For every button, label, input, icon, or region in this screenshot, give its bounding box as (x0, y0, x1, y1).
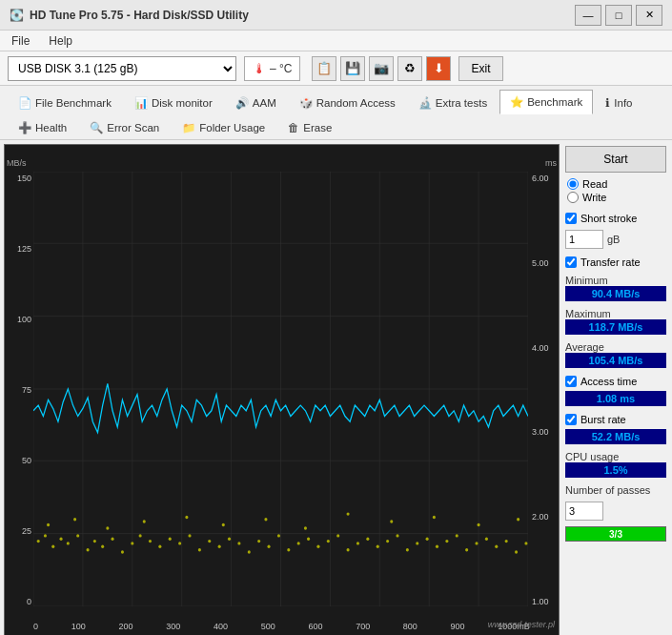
svg-point-67 (505, 540, 508, 543)
help-menu[interactable]: Help (45, 33, 76, 49)
write-radio[interactable] (567, 192, 579, 203)
burst-rate-label: Burst rate (580, 414, 626, 425)
svg-point-35 (188, 534, 191, 537)
svg-point-68 (515, 550, 518, 553)
svg-point-59 (426, 538, 429, 541)
svg-point-49 (327, 540, 330, 543)
tab-extra-tests[interactable]: 🔬 Extra tests (408, 90, 498, 114)
aam-icon: 🔊 (235, 96, 249, 110)
svg-point-69 (524, 542, 527, 544)
svg-point-33 (169, 538, 172, 541)
error-scan-icon: 🔍 (90, 121, 103, 134)
svg-point-42 (257, 540, 260, 543)
svg-point-27 (111, 538, 113, 541)
exit-button[interactable]: Exit (458, 56, 502, 81)
right-panel: Start Read Write Short stroke gB Transfe… (563, 144, 668, 635)
svg-point-55 (386, 540, 389, 543)
menu-bar: File Help (0, 31, 672, 51)
window-icon: 💽 (10, 9, 24, 22)
close-button[interactable]: ✕ (636, 5, 662, 26)
svg-point-78 (347, 512, 350, 515)
transfer-rate-checkbox[interactable] (565, 256, 577, 268)
tab-folder-usage[interactable]: 📁 Folder Usage (172, 114, 275, 139)
folder-usage-icon: 📁 (182, 121, 195, 134)
tab-aam[interactable]: 🔊 AAM (225, 90, 287, 114)
thermometer-icon: 🌡 (253, 61, 266, 76)
y-unit-right: ms (545, 158, 557, 168)
recycle-icon-btn[interactable]: ♻ (397, 56, 422, 81)
svg-point-56 (396, 534, 398, 537)
svg-point-40 (237, 542, 240, 544)
save-icon-btn[interactable]: 💾 (340, 56, 365, 81)
maximum-label: Maximum (565, 308, 666, 319)
passes-row (565, 502, 666, 521)
svg-point-26 (101, 545, 104, 548)
svg-point-51 (347, 548, 350, 551)
svg-point-58 (416, 542, 418, 544)
access-time-checkbox[interactable] (565, 376, 577, 387)
tab-error-scan[interactable]: 🔍 Error Scan (79, 114, 170, 139)
svg-point-54 (377, 545, 379, 548)
window-title: HD Tune Pro 5.75 - Hard Disk/SSD Utility (30, 9, 249, 22)
title-bar: 💽 HD Tune Pro 5.75 - Hard Disk/SSD Utili… (0, 0, 672, 31)
svg-point-19 (44, 534, 47, 537)
access-time-value: 1.08 ms (565, 391, 666, 406)
svg-point-34 (178, 542, 181, 544)
file-benchmark-icon: 📄 (18, 96, 31, 110)
access-time-label: Access time (580, 376, 637, 387)
minimum-section: Minimum 90.4 MB/s (565, 272, 666, 301)
maximize-button[interactable]: □ (605, 5, 632, 26)
tab-benchmark[interactable]: ⭐ Benchmark (499, 90, 593, 114)
short-stroke-spinbox[interactable] (565, 230, 603, 249)
tab-erase[interactable]: 🗑 Erase (277, 114, 342, 139)
drive-select[interactable]: USB DISK 3.1 (125 gB) (8, 56, 236, 81)
tab-file-benchmark[interactable]: 📄 File Benchmark (8, 90, 122, 114)
info-icon: ℹ (605, 96, 610, 110)
read-label: Read (582, 178, 607, 190)
short-stroke-checkbox[interactable] (565, 213, 577, 224)
svg-point-25 (93, 540, 96, 543)
write-radio-label[interactable]: Write (567, 192, 664, 203)
download-icon-btn[interactable]: ⬇ (426, 56, 451, 81)
short-stroke-unit: gB (607, 234, 620, 245)
file-menu[interactable]: File (8, 33, 33, 49)
burst-rate-checkbox-label[interactable]: Burst rate (565, 414, 666, 425)
read-write-radio-group: Read Write (565, 176, 666, 205)
read-radio-label[interactable]: Read (567, 178, 664, 190)
svg-point-41 (248, 550, 251, 553)
short-stroke-checkbox-label[interactable]: Short stroke (565, 213, 666, 224)
svg-point-64 (475, 542, 478, 544)
passes-spinbox[interactable] (565, 502, 603, 521)
write-label: Write (582, 192, 606, 203)
tab-health[interactable]: ➕ Health (8, 114, 77, 139)
main-area: 150 125 100 75 50 25 0 MB/s ms 6.00 5.00… (0, 140, 672, 635)
minimum-value: 90.4 MB/s (565, 286, 666, 301)
minimum-label: Minimum (565, 275, 666, 286)
tab-info[interactable]: ℹ Info (595, 90, 642, 114)
camera-icon-btn[interactable]: 📷 (369, 56, 394, 81)
access-time-checkbox-label[interactable]: Access time (565, 376, 666, 387)
tab-disk-monitor[interactable]: 📊 Disk monitor (124, 90, 223, 114)
svg-point-32 (158, 545, 161, 548)
disk-monitor-icon: 📊 (134, 96, 148, 110)
temp-value: – °C (270, 62, 292, 75)
transfer-rate-label: Transfer rate (580, 256, 641, 268)
tab-random-access[interactable]: 🎲 Random Access (289, 90, 406, 114)
cpu-usage-section: CPU usage 1.5% (565, 448, 666, 478)
svg-point-62 (456, 534, 458, 537)
start-button[interactable]: Start (565, 146, 666, 173)
svg-point-81 (478, 523, 480, 526)
transfer-rate-checkbox-label[interactable]: Transfer rate (565, 256, 666, 268)
copy-icon-btn[interactable]: 📋 (312, 56, 336, 81)
average-label: Average (565, 341, 666, 353)
average-value: 105.4 MB/s (565, 353, 666, 368)
average-section: Average 105.4 MB/s (565, 338, 666, 368)
svg-point-23 (76, 534, 79, 537)
minimize-button[interactable]: — (575, 5, 601, 26)
erase-icon: 🗑 (288, 122, 299, 133)
burst-rate-checkbox[interactable] (565, 414, 577, 425)
maximum-value: 118.7 MB/s (565, 319, 666, 335)
toolbar-icons: 📋 💾 📷 ♻ ⬇ (312, 56, 451, 81)
svg-point-50 (336, 534, 339, 537)
read-radio[interactable] (567, 178, 579, 190)
